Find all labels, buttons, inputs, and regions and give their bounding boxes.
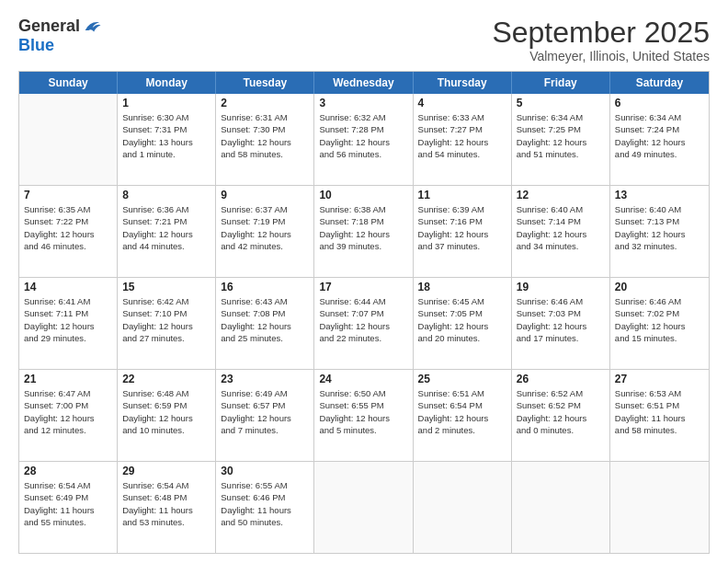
cell-info-line: Sunset: 7:24 PM	[615, 123, 704, 135]
calendar-header-row: SundayMondayTuesdayWednesdayThursdayFrid…	[19, 72, 709, 94]
day-cell-20: 20Sunrise: 6:46 AMSunset: 7:02 PMDayligh…	[610, 278, 709, 369]
day-number: 2	[221, 97, 309, 109]
cell-info-line: and 17 minutes.	[517, 332, 605, 344]
cell-info-line: Sunrise: 6:43 AM	[221, 295, 309, 307]
day-header-wednesday: Wednesday	[314, 72, 413, 94]
cell-info-line: Sunrise: 6:42 AM	[122, 295, 210, 307]
cell-info-line: Sunset: 7:11 PM	[24, 307, 112, 319]
day-number: 16	[221, 281, 309, 293]
day-cell-29: 29Sunrise: 6:54 AMSunset: 6:48 PMDayligh…	[118, 462, 216, 553]
cell-info-line: Daylight: 12 hours	[24, 412, 112, 424]
cell-info-line: Sunset: 7:25 PM	[517, 123, 605, 135]
cell-info-line: Sunset: 6:55 PM	[319, 399, 407, 411]
day-number: 17	[319, 281, 407, 293]
cell-info-line: Daylight: 12 hours	[221, 136, 309, 148]
cell-info-line: and 50 minutes.	[221, 516, 309, 528]
cell-info-line: Daylight: 12 hours	[418, 412, 506, 424]
day-number: 8	[122, 189, 210, 201]
cell-info-line: Daylight: 12 hours	[517, 412, 605, 424]
day-cell-26: 26Sunrise: 6:52 AMSunset: 6:52 PMDayligh…	[512, 370, 610, 461]
day-number: 4	[418, 97, 506, 109]
cell-info-line: and 20 minutes.	[418, 332, 506, 344]
week-row-2: 7Sunrise: 6:35 AMSunset: 7:22 PMDaylight…	[19, 186, 709, 278]
day-cell-19: 19Sunrise: 6:46 AMSunset: 7:03 PMDayligh…	[512, 278, 610, 369]
cell-info-line: Sunset: 7:14 PM	[517, 215, 605, 227]
cell-info-line: Sunrise: 6:38 AM	[319, 203, 407, 215]
day-cell-10: 10Sunrise: 6:38 AMSunset: 7:18 PMDayligh…	[314, 186, 413, 277]
cell-info-line: Daylight: 12 hours	[615, 136, 704, 148]
day-cell-6: 6Sunrise: 6:34 AMSunset: 7:24 PMDaylight…	[610, 94, 709, 185]
logo-bird-icon	[82, 17, 102, 37]
logo-general-text: General	[18, 17, 80, 36]
cell-info-line: Sunset: 7:07 PM	[319, 307, 407, 319]
day-number: 27	[615, 373, 704, 385]
week-row-3: 14Sunrise: 6:41 AMSunset: 7:11 PMDayligh…	[19, 278, 709, 370]
day-cell-empty-0-0	[19, 94, 118, 185]
day-cell-24: 24Sunrise: 6:50 AMSunset: 6:55 PMDayligh…	[314, 370, 413, 461]
day-header-saturday: Saturday	[610, 72, 709, 94]
cell-info-line: and 39 minutes.	[319, 240, 407, 252]
cell-info-line: Daylight: 12 hours	[319, 412, 407, 424]
cell-info-line: Sunrise: 6:49 AM	[221, 387, 309, 399]
day-number: 15	[122, 281, 210, 293]
cell-info-line: Daylight: 12 hours	[122, 412, 210, 424]
day-cell-22: 22Sunrise: 6:48 AMSunset: 6:59 PMDayligh…	[118, 370, 216, 461]
cell-info-line: Sunrise: 6:51 AM	[418, 387, 506, 399]
day-number: 20	[615, 281, 704, 293]
cell-info-line: Daylight: 12 hours	[319, 320, 407, 332]
day-number: 3	[319, 97, 407, 109]
cell-info-line: and 5 minutes.	[319, 424, 407, 436]
day-cell-empty-4-5	[512, 462, 610, 553]
cell-info-line: Daylight: 12 hours	[24, 320, 112, 332]
cell-info-line: and 10 minutes.	[122, 424, 210, 436]
cell-info-line: and 37 minutes.	[418, 240, 506, 252]
cell-info-line: Sunset: 6:52 PM	[517, 399, 605, 411]
day-cell-21: 21Sunrise: 6:47 AMSunset: 7:00 PMDayligh…	[19, 370, 118, 461]
cell-info-line: Sunrise: 6:34 AM	[517, 111, 605, 123]
cell-info-line: and 58 minutes.	[615, 424, 704, 436]
day-cell-27: 27Sunrise: 6:53 AMSunset: 6:51 PMDayligh…	[610, 370, 709, 461]
day-header-thursday: Thursday	[414, 72, 512, 94]
cell-info-line: and 29 minutes.	[24, 332, 112, 344]
day-cell-28: 28Sunrise: 6:54 AMSunset: 6:49 PMDayligh…	[19, 462, 118, 553]
cell-info-line: Sunset: 7:19 PM	[221, 215, 309, 227]
cell-info-line: and 0 minutes.	[517, 424, 605, 436]
cell-info-line: and 55 minutes.	[24, 516, 112, 528]
cell-info-line: and 12 minutes.	[24, 424, 112, 436]
day-cell-empty-4-4	[414, 462, 512, 553]
cell-info-line: Sunrise: 6:45 AM	[418, 295, 506, 307]
cell-info-line: and 15 minutes.	[615, 332, 704, 344]
day-number: 24	[319, 373, 407, 385]
cell-info-line: Sunrise: 6:32 AM	[319, 111, 407, 123]
cell-info-line: Sunset: 6:49 PM	[24, 491, 112, 503]
cell-info-line: Sunrise: 6:55 AM	[221, 479, 309, 491]
cell-info-line: Sunset: 6:54 PM	[418, 399, 506, 411]
logo-blue-text: Blue	[18, 36, 54, 54]
cell-info-line: Sunrise: 6:34 AM	[615, 111, 704, 123]
cell-info-line: Sunrise: 6:44 AM	[319, 295, 407, 307]
cell-info-line: and 27 minutes.	[122, 332, 210, 344]
day-cell-9: 9Sunrise: 6:37 AMSunset: 7:19 PMDaylight…	[216, 186, 314, 277]
cell-info-line: Sunset: 7:00 PM	[24, 399, 112, 411]
day-cell-8: 8Sunrise: 6:36 AMSunset: 7:21 PMDaylight…	[118, 186, 216, 277]
cell-info-line: and 53 minutes.	[122, 516, 210, 528]
week-row-5: 28Sunrise: 6:54 AMSunset: 6:49 PMDayligh…	[19, 462, 709, 553]
day-cell-2: 2Sunrise: 6:31 AMSunset: 7:30 PMDaylight…	[216, 94, 314, 185]
day-header-monday: Monday	[118, 72, 216, 94]
month-title: September 2025	[492, 17, 710, 49]
day-cell-empty-4-6	[610, 462, 709, 553]
cell-info-line: Daylight: 11 hours	[615, 412, 704, 424]
cell-info-line: Sunrise: 6:54 AM	[122, 479, 210, 491]
cell-info-line: and 34 minutes.	[517, 240, 605, 252]
day-cell-12: 12Sunrise: 6:40 AMSunset: 7:14 PMDayligh…	[512, 186, 610, 277]
day-cell-11: 11Sunrise: 6:39 AMSunset: 7:16 PMDayligh…	[414, 186, 512, 277]
cell-info-line: Daylight: 12 hours	[122, 228, 210, 240]
day-cell-7: 7Sunrise: 6:35 AMSunset: 7:22 PMDaylight…	[19, 186, 118, 277]
cell-info-line: Sunset: 7:18 PM	[319, 215, 407, 227]
cell-info-line: Sunset: 7:28 PM	[319, 123, 407, 135]
day-number: 1	[122, 97, 210, 109]
day-header-friday: Friday	[512, 72, 610, 94]
cell-info-line: Sunset: 7:16 PM	[418, 215, 506, 227]
cell-info-line: Daylight: 12 hours	[517, 320, 605, 332]
day-header-sunday: Sunday	[19, 72, 118, 94]
